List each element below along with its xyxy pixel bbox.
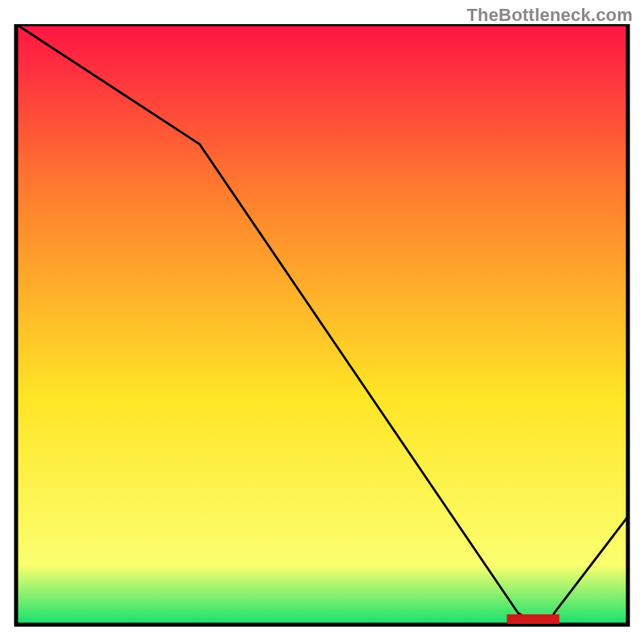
chart-container: TheBottleneck.com ▇▇▇▇▇▇▇▇ [0, 0, 644, 644]
line-chart: ▇▇▇▇▇▇▇▇ [0, 24, 644, 644]
watermark-text: TheBottleneck.com [467, 5, 633, 26]
annotation-text: ▇▇▇▇▇▇▇▇ [506, 613, 559, 624]
